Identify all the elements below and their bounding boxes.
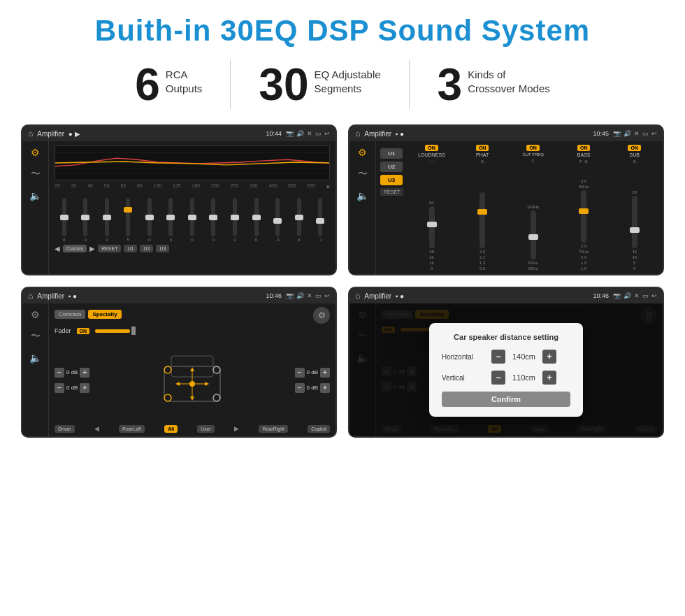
next-arrow[interactable]: ▶ [89,245,95,252]
horizontal-minus[interactable]: − [491,350,505,364]
svg-point-15 [189,381,195,387]
db-minus-rr[interactable]: − [295,383,305,393]
vertical-row: Vertical − 110cm + [442,371,570,385]
sidebar-3: ⚙ 〜 🔈 [22,303,49,436]
speaker-icon-2[interactable]: 🔈 [356,190,368,201]
preset-custom[interactable]: Custom [63,245,87,252]
topbar-time-3: 10:46 [266,292,282,299]
eq-slider-7: 0 [204,198,224,242]
tab-common[interactable]: Common [55,310,85,319]
btn-user[interactable]: User [197,425,215,433]
db-val-rr: 0 dB [307,385,318,391]
camera-icon-3: 📷 [286,292,294,299]
dialog-title: Car speaker distance setting [442,333,570,341]
horizontal-input: − 140cm + [491,350,556,364]
eq-icon[interactable]: ⚙ [31,147,40,158]
db-plus-rr[interactable]: + [320,383,330,393]
close-icon-3: ✕ [307,292,312,299]
home-icon-2[interactable]: ⌂ [355,129,360,138]
btn-rearright[interactable]: RearRight [259,425,288,433]
left-arrow-icon[interactable]: ◀ [94,425,99,433]
db-rear-left: − 0 dB + [55,383,89,393]
eq-graph [55,145,330,180]
vertical-value: 110cm [508,373,540,382]
preset-u2-cross[interactable]: U2 [380,162,403,172]
svg-point-6 [213,366,220,373]
topbar-icons-1: 📷 🔊 ✕ ▭ ↩ [286,130,330,137]
fader-slider[interactable] [95,327,136,335]
screen-crossover: ⌂ Amplifier ▪ ● 10:45 📷 🔊 ✕ ▭ ↩ ⚙ 〜 🔈 [348,124,664,275]
fader-main: Common Specialty ⚙ Fader ON [49,303,336,436]
back-icon-4[interactable]: ↩ [651,292,657,299]
stat-rca: 6 RCAOutputs [107,62,230,107]
home-icon[interactable]: ⌂ [28,129,33,138]
wave-icon-2[interactable]: 〜 [358,168,368,180]
crossover-presets: U1 U2 U3 RESET [380,145,403,271]
preset-u3-cross[interactable]: U3 [380,175,403,185]
window-icon-3: ▭ [315,292,322,299]
back-icon[interactable]: ↩ [324,130,330,137]
db-plus-fr[interactable]: + [320,368,330,378]
preset-u3[interactable]: U3 [156,245,169,252]
btn-rearleft[interactable]: RearLeft [119,425,145,433]
screen1-body: ⚙ 〜 🔈 [22,141,336,274]
db-minus-rl[interactable]: − [55,383,64,393]
topbar-title-1: Amplifier ● ▶ [37,130,261,138]
channel-cutfreq: ON CUT FREQ F [509,145,557,164]
right-arrow-icon[interactable]: ▶ [234,425,239,433]
eq-icon-3[interactable]: ⚙ [31,309,40,320]
reset-btn-cross[interactable]: RESET [380,188,403,196]
eq-slider-6: 0 [182,198,202,242]
eq-slider-10: -1 [268,198,287,242]
fader-tabs: Common Specialty [55,310,122,319]
horizontal-value: 140cm [508,352,540,361]
preset-u1-cross[interactable]: U1 [380,148,403,159]
db-minus-fr[interactable]: − [295,368,305,378]
screen-eq: ⌂ Amplifier ● ▶ 10:44 📷 🔊 ✕ ▭ ↩ ⚙ 〜 🔈 [21,124,337,275]
btn-all[interactable]: All [164,425,178,433]
db-val-fl: 0 dB [66,369,78,375]
db-plus-fl[interactable]: + [80,368,89,378]
eq-icon-2[interactable]: ⚙ [358,147,367,158]
crossover-main: U1 U2 U3 RESET ON LOUDNESS [376,141,663,274]
btn-copilot[interactable]: Copilot [308,425,330,433]
back-icon-3[interactable]: ↩ [324,292,330,299]
wave-icon[interactable]: 〜 [31,168,41,180]
prev-arrow[interactable]: ◀ [55,245,60,252]
fader-label: Fader [55,327,71,334]
db-plus-rl[interactable]: + [80,383,89,393]
stats-row: 6 RCAOutputs 30 EQ AdjustableSegments 3 … [21,60,664,109]
window-icon-2: ▭ [642,130,649,137]
wave-icon-3[interactable]: 〜 [31,330,41,343]
btn-driver[interactable]: Driver [55,425,75,433]
preset-reset[interactable]: RESET [98,245,121,252]
eq-slider-5: 0 [161,198,181,242]
topbar-icons-4: 📷 🔊 ✕ ▭ ↩ [613,292,657,299]
vertical-minus[interactable]: − [491,371,505,385]
horizontal-plus[interactable]: + [542,350,556,364]
back-icon-2[interactable]: ↩ [651,130,657,137]
preset-u1[interactable]: U1 [124,245,137,252]
svg-marker-14 [205,382,209,386]
volume-icon-4: 🔊 [623,292,631,299]
svg-point-8 [213,394,220,401]
preset-u2[interactable]: U2 [140,245,153,252]
speaker-icon-3[interactable]: 🔈 [29,352,41,364]
confirm-button[interactable]: Confirm [442,392,570,407]
speaker-icon[interactable]: 🔈 [29,190,41,201]
home-icon-3[interactable]: ⌂ [28,291,33,301]
stat-eq-label: EQ AdjustableSegments [315,62,381,95]
db-front-right: − 0 dB + [295,368,330,378]
stat-crossover-label: Kinds ofCrossover Modes [468,62,550,95]
vertical-label: Vertical [442,374,487,382]
stat-crossover-number: 3 [438,62,463,107]
stat-rca-number: 6 [135,62,160,107]
settings-circle-icon[interactable]: ⚙ [313,307,330,324]
db-minus-fl[interactable]: − [55,368,64,378]
vertical-plus[interactable]: + [542,371,556,385]
channel-bass: ON BASS F G [560,145,608,164]
topbar-title-4: Amplifier ▪ ● [364,292,589,300]
tab-specialty[interactable]: Specialty [88,310,121,319]
home-icon-4[interactable]: ⌂ [355,291,360,301]
sidebar-1: ⚙ 〜 🔈 [22,141,49,274]
